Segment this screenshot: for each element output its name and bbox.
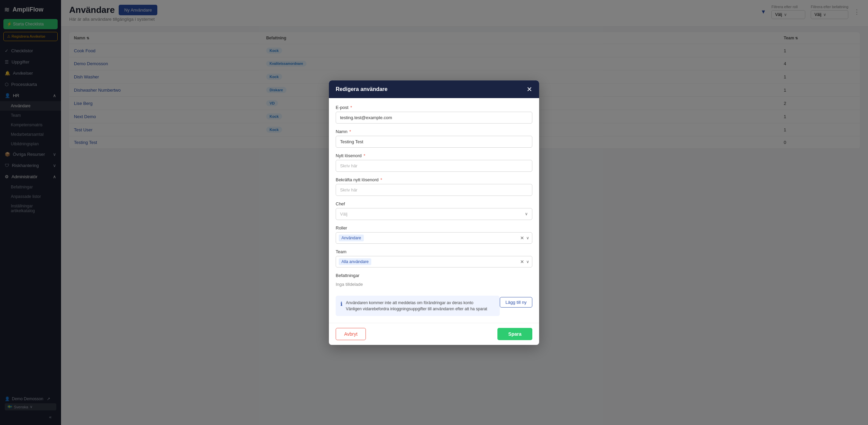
clear-roller-button[interactable]: ✕ bbox=[520, 235, 524, 241]
roller-tags: Användare bbox=[339, 235, 364, 241]
clear-team-button[interactable]: ✕ bbox=[520, 259, 524, 264]
email-field[interactable] bbox=[336, 112, 532, 124]
team-actions: ✕ ∨ bbox=[520, 259, 529, 264]
required-indicator: * bbox=[349, 105, 352, 110]
name-field[interactable] bbox=[336, 136, 532, 148]
confirm-password-group: Bekräfta nytt lösenord * bbox=[336, 177, 532, 196]
confirm-password-field[interactable] bbox=[336, 184, 532, 196]
roller-tag-anvandare: Användare bbox=[339, 235, 364, 241]
chevron-down-icon: ∨ bbox=[525, 211, 528, 216]
required-indicator: * bbox=[362, 153, 366, 158]
info-text: Användaren kommer inte att meddelas om f… bbox=[346, 300, 487, 312]
chevron-down-icon: ∨ bbox=[526, 259, 529, 264]
chef-select[interactable]: Välj ∨ bbox=[336, 208, 532, 220]
chevron-down-icon: ∨ bbox=[526, 236, 529, 240]
edit-user-modal: Redigera användare ✕ E-post * Namn * bbox=[329, 80, 539, 345]
befattningar-label: Befattningar bbox=[336, 273, 532, 278]
email-group: E-post * bbox=[336, 105, 532, 124]
lagg-till-button[interactable]: Lägg till ny bbox=[500, 297, 532, 308]
team-label: Team bbox=[336, 249, 532, 254]
info-icon: ℹ bbox=[340, 300, 342, 308]
roller-label: Roller bbox=[336, 225, 532, 230]
required-indicator: * bbox=[348, 129, 351, 134]
info-box: ℹ Användaren kommer inte att meddelas om… bbox=[336, 296, 500, 316]
cancel-button[interactable]: Avbryt bbox=[336, 328, 366, 340]
team-tag-alla: Alla användare bbox=[339, 258, 371, 265]
modal-overlay: Redigera användare ✕ E-post * Namn * bbox=[0, 0, 868, 425]
password-field[interactable] bbox=[336, 160, 532, 172]
email-label: E-post * bbox=[336, 105, 532, 110]
name-label: Namn * bbox=[336, 129, 532, 134]
password-label: Nytt lösenord * bbox=[336, 153, 532, 158]
modal-body: E-post * Namn * Nytt lösenord * bbox=[329, 98, 539, 323]
chef-label: Chef bbox=[336, 201, 532, 206]
password-group: Nytt lösenord * bbox=[336, 153, 532, 172]
team-tags: Alla användare bbox=[339, 258, 371, 265]
name-group: Namn * bbox=[336, 129, 532, 148]
modal-close-button[interactable]: ✕ bbox=[527, 86, 532, 93]
modal-footer: Avbryt Spara bbox=[329, 323, 539, 345]
team-group: Team Alla användare ✕ ∨ bbox=[336, 249, 532, 267]
befattningar-empty: Inga tilldelade bbox=[336, 280, 532, 289]
required-indicator: * bbox=[379, 177, 382, 182]
befattningar-group: Befattningar Inga tilldelade bbox=[336, 273, 532, 289]
confirm-password-label: Bekräfta nytt lösenord * bbox=[336, 177, 532, 182]
roller-select[interactable]: Användare ✕ ∨ bbox=[336, 232, 532, 244]
modal-title: Redigera användare bbox=[336, 86, 388, 92]
chef-placeholder: Välj bbox=[340, 211, 348, 217]
roller-group: Roller Användare ✕ ∨ bbox=[336, 225, 532, 244]
modal-header: Redigera användare ✕ bbox=[329, 80, 539, 98]
save-button[interactable]: Spara bbox=[497, 328, 532, 340]
chef-group: Chef Välj ∨ bbox=[336, 201, 532, 220]
roller-actions: ✕ ∨ bbox=[520, 235, 529, 241]
team-select[interactable]: Alla användare ✕ ∨ bbox=[336, 256, 532, 267]
